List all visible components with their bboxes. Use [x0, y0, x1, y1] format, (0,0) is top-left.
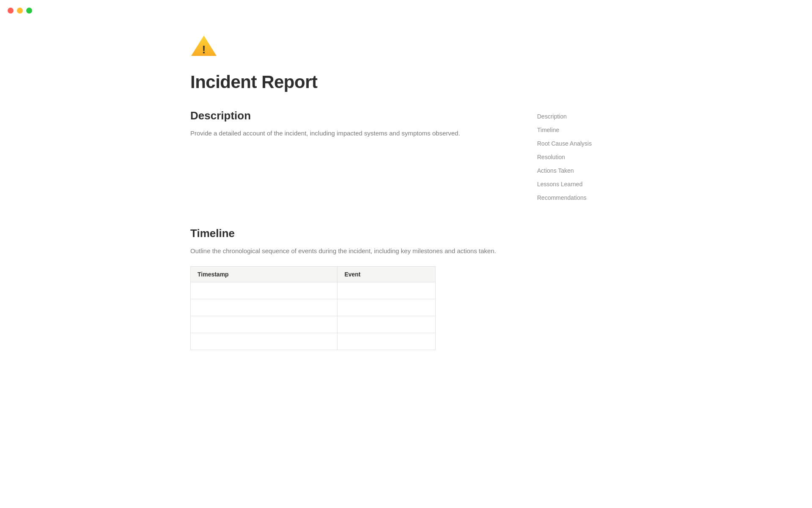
nav-link-lessons-learned[interactable]: Lessons Learned — [537, 181, 582, 188]
timeline-section: Timeline Outline the chronological seque… — [190, 227, 622, 350]
nav-link-actions-taken[interactable]: Actions Taken — [537, 167, 574, 174]
nav-link-root-cause[interactable]: Root Cause Analysis — [537, 140, 592, 147]
nav-item-actions-taken[interactable]: Actions Taken — [537, 167, 622, 174]
description-body: Provide a detailed account of the incide… — [190, 128, 486, 138]
table-cell-timestamp[interactable] — [191, 316, 337, 333]
timeline-description: Outline the chronological sequence of ev… — [190, 246, 622, 256]
table-cell-timestamp[interactable] — [191, 282, 337, 299]
table-cell-event[interactable] — [337, 333, 436, 350]
close-button[interactable] — [8, 8, 14, 14]
nav-item-description[interactable]: Description — [537, 113, 622, 120]
nav-link-resolution[interactable]: Resolution — [537, 154, 565, 160]
nav-column: Description Timeline Root Cause Analysis… — [537, 109, 622, 202]
table-row — [191, 316, 436, 333]
table-header-timestamp: Timestamp — [191, 267, 337, 282]
nav-link-timeline[interactable]: Timeline — [537, 127, 559, 133]
nav-item-resolution[interactable]: Resolution — [537, 153, 622, 161]
description-nav-section: Description Provide a detailed account o… — [190, 109, 622, 202]
table-cell-timestamp[interactable] — [191, 299, 337, 316]
description-heading: Description — [190, 109, 486, 122]
page-title: Incident Report — [190, 72, 622, 92]
minimize-button[interactable] — [17, 8, 23, 14]
table-row — [191, 299, 436, 316]
table-header-row: Timestamp Event — [191, 267, 436, 282]
table-cell-event[interactable] — [337, 299, 436, 316]
table-row — [191, 333, 436, 350]
table-cell-timestamp[interactable] — [191, 333, 337, 350]
warning-icon-container: ! — [190, 34, 622, 59]
description-section: Description Provide a detailed account o… — [190, 109, 486, 138]
window-controls — [8, 8, 32, 14]
nav-item-timeline[interactable]: Timeline — [537, 126, 622, 134]
nav-link-description[interactable]: Description — [537, 113, 567, 120]
maximize-button[interactable] — [26, 8, 32, 14]
nav-item-lessons-learned[interactable]: Lessons Learned — [537, 180, 622, 188]
nav-item-root-cause[interactable]: Root Cause Analysis — [537, 140, 622, 147]
warning-icon: ! — [190, 34, 217, 58]
table-header-event: Event — [337, 267, 436, 282]
table-cell-event[interactable] — [337, 316, 436, 333]
timeline-table: Timestamp Event — [190, 266, 436, 350]
nav-link-recommendations[interactable]: Recommendations — [537, 194, 587, 201]
timeline-heading: Timeline — [190, 227, 622, 240]
table-cell-event[interactable] — [337, 282, 436, 299]
table-row — [191, 282, 436, 299]
nav-links-list: Description Timeline Root Cause Analysis… — [537, 113, 622, 202]
svg-text:!: ! — [202, 43, 206, 56]
page-content: ! Incident Report Description Provide a … — [173, 0, 639, 409]
nav-item-recommendations[interactable]: Recommendations — [537, 194, 622, 202]
